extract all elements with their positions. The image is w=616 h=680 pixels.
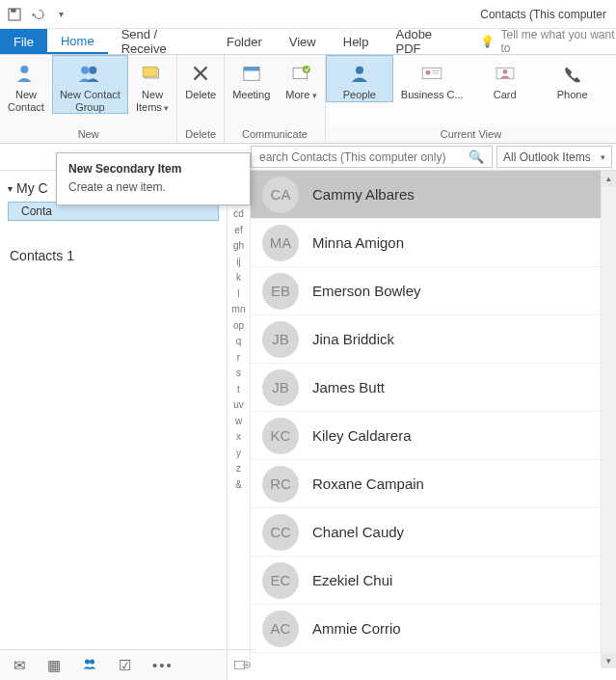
nav-tasks-icon[interactable]: ☑ — [119, 657, 131, 674]
title-bar: ▾ Contacts (This computer — [0, 0, 616, 29]
new-items-label: New Items — [136, 89, 169, 113]
nav-calendar-icon[interactable]: ▦ — [47, 657, 61, 674]
contact-row[interactable]: JBJina Briddick — [251, 315, 601, 364]
ribbon-group-new-label: New — [0, 126, 176, 143]
contact-name: Kiley Caldarera — [312, 427, 412, 444]
alpha-index-item[interactable]: s — [236, 367, 241, 378]
svg-point-4 — [90, 67, 97, 74]
delete-icon — [186, 61, 215, 86]
alpha-index-item[interactable]: w — [235, 416, 242, 426]
alpha-index-item[interactable]: k — [236, 272, 241, 283]
ribbon-group-current-view-label: Current View — [326, 126, 616, 143]
search-scope-dropdown[interactable]: All Outlook Items ▾ — [496, 146, 612, 168]
alpha-index-item[interactable]: r — [237, 352, 240, 363]
more-button[interactable]: More — [278, 55, 325, 101]
contact-name: Ezekiel Chui — [312, 572, 392, 588]
contact-name: James Butt — [312, 379, 385, 395]
contact-name: Cammy Albares — [312, 186, 415, 203]
alpha-index-item[interactable]: mn — [232, 304, 246, 314]
ribbon-group-new: New Contact New Contact Group New Items … — [0, 55, 177, 143]
alpha-index-item[interactable]: q — [236, 336, 242, 346]
new-items-button[interactable]: New Items — [128, 55, 176, 113]
scrollbar[interactable]: ▴ ▾ — [601, 171, 616, 668]
scroll-up-icon[interactable]: ▴ — [602, 171, 616, 186]
search-icon[interactable]: 🔍 — [465, 150, 488, 164]
new-contact-group-button[interactable]: New Contact Group — [52, 55, 128, 114]
contact-row[interactable]: MAMinna Amigon — [251, 219, 601, 267]
search-input[interactable] — [259, 150, 465, 164]
contact-avatar: RC — [262, 466, 299, 503]
reading-pane-toggle[interactable] — [228, 649, 256, 680]
alpha-index-item[interactable]: ij — [236, 257, 240, 267]
contact-name: Chanel Caudy — [312, 524, 404, 540]
alpha-index-item[interactable]: gh — [233, 240, 244, 251]
nav-people-icon[interactable] — [82, 657, 97, 673]
ribbon-group-communicate: Meeting More Communicate — [225, 55, 326, 143]
alpha-index-item[interactable]: z — [236, 463, 241, 474]
contact-name: Ammie Corrio — [312, 620, 401, 637]
alpha-index-item[interactable]: x — [236, 431, 241, 442]
people-icon — [345, 61, 374, 86]
nav-mail-icon[interactable]: ✉ — [13, 657, 26, 674]
alpha-index: 123abcdefghijklmnopqrstuvwxyz& — [228, 171, 251, 668]
contact-row[interactable]: RCRoxane Campain — [251, 460, 601, 508]
ribbon: New Contact New Contact Group New Items … — [0, 55, 616, 144]
contact-row[interactable]: JBJames Butt — [251, 364, 601, 412]
view-card-label: Card — [494, 89, 517, 101]
contact-row[interactable]: KCKiley Caldarera — [251, 412, 601, 460]
scroll-down-icon[interactable]: ▾ — [602, 653, 616, 668]
business-card-icon — [417, 61, 446, 86]
tell-me-search[interactable]: 💡 Tell me what you want to — [480, 29, 616, 54]
contact-row[interactable]: ACAmmie Corrio — [251, 605, 601, 653]
alpha-index-item[interactable]: l — [237, 288, 239, 299]
window-title: Contacts (This computer — [480, 8, 610, 21]
contact-row[interactable]: EBEmerson Bowley — [251, 267, 601, 315]
nav-more-icon[interactable]: ••• — [152, 657, 174, 673]
view-people-button[interactable]: People — [326, 55, 393, 102]
bottom-navigation: ✉ ▦ ☑ ••• — [0, 649, 228, 680]
contact-name: Emerson Bowley — [312, 283, 421, 299]
ribbon-group-current-view: People Business C... Card Phone Current … — [326, 55, 616, 143]
svg-point-3 — [81, 67, 89, 74]
ribbon-group-delete: Delete Delete — [177, 55, 225, 143]
contact-avatar: MA — [262, 225, 299, 261]
ribbon-group-delete-label: Delete — [177, 126, 224, 143]
tab-adobe-pdf[interactable]: Adobe PDF — [383, 29, 469, 54]
meeting-button[interactable]: Meeting — [225, 55, 278, 101]
alpha-index-item[interactable]: y — [236, 448, 241, 458]
contact-row[interactable]: CACammy Albares — [251, 171, 601, 219]
save-qat-icon[interactable] — [6, 6, 23, 23]
alpha-index-item[interactable]: uv — [233, 399, 244, 410]
meeting-icon — [237, 61, 266, 86]
tab-file[interactable]: File — [0, 29, 47, 54]
alpha-index-item[interactable]: cd — [233, 208, 244, 219]
contact-avatar: JB — [262, 321, 299, 358]
view-card-button[interactable]: Card — [471, 55, 539, 101]
folder-contacts-1[interactable]: Contacts 1 — [8, 221, 219, 263]
tab-folder[interactable]: Folder — [213, 29, 276, 54]
tab-help[interactable]: Help — [330, 29, 383, 54]
tab-send-receive[interactable]: Send / Receive — [108, 29, 213, 54]
view-business-card-button[interactable]: Business C... — [393, 55, 471, 101]
alpha-index-item[interactable]: & — [235, 479, 242, 490]
contact-avatar: AC — [262, 611, 299, 647]
contact-name: Roxane Campain — [312, 476, 424, 492]
alpha-index-item[interactable]: ef — [234, 225, 242, 235]
ribbon-group-communicate-label: Communicate — [225, 126, 325, 143]
new-contact-button[interactable]: New Contact — [0, 55, 52, 113]
tab-view[interactable]: View — [276, 29, 330, 54]
view-phone-button[interactable]: Phone — [539, 55, 606, 101]
contact-row[interactable]: ECEzekiel Chui — [251, 557, 601, 605]
delete-button[interactable]: Delete — [177, 55, 224, 101]
alpha-index-item[interactable]: t — [237, 384, 240, 394]
qat-customize-icon[interactable]: ▾ — [52, 6, 69, 23]
lightbulb-icon: 💡 — [480, 35, 495, 48]
contact-row[interactable]: CCChanel Caudy — [251, 508, 601, 557]
tooltip-title: New Secondary Item — [68, 162, 238, 176]
alpha-index-item[interactable]: op — [233, 320, 244, 331]
svg-point-11 — [356, 67, 363, 74]
tab-home[interactable]: Home — [47, 29, 108, 54]
undo-qat-icon[interactable] — [29, 6, 46, 23]
new-contact-group-icon — [75, 61, 104, 86]
search-box[interactable]: 🔍 — [251, 146, 493, 168]
